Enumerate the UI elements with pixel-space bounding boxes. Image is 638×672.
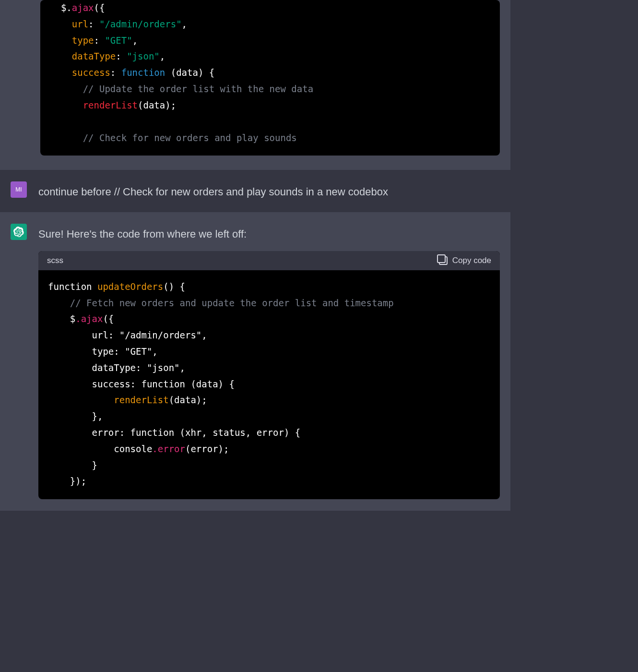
clipboard-icon (439, 256, 448, 265)
copy-code-button[interactable]: Copy code (439, 256, 491, 265)
code-block: scss Copy code function updateOrders() {… (38, 251, 500, 500)
openai-logo-icon (13, 227, 24, 237)
assistant-message-text: Sure! Here's the code from where we left… (38, 226, 500, 242)
assistant-avatar (11, 224, 27, 240)
assistant-message-previous: $.ajax({ url: "/admin/orders", type: "GE… (0, 0, 510, 170)
user-avatar: MI (11, 181, 27, 198)
user-message: MI continue before // Check for new orde… (0, 170, 510, 212)
copy-code-label: Copy code (452, 256, 491, 265)
code-content[interactable]: $.ajax({ url: "/admin/orders", type: "GE… (40, 0, 500, 156)
assistant-message: Sure! Here's the code from where we left… (0, 212, 510, 511)
code-block-header: scss Copy code (38, 251, 500, 270)
code-language-label: scss (47, 256, 63, 265)
user-message-text: continue before // Check for new orders … (38, 183, 500, 200)
code-block: $.ajax({ url: "/admin/orders", type: "GE… (40, 0, 500, 156)
code-content[interactable]: function updateOrders() { // Fetch new o… (38, 270, 500, 500)
